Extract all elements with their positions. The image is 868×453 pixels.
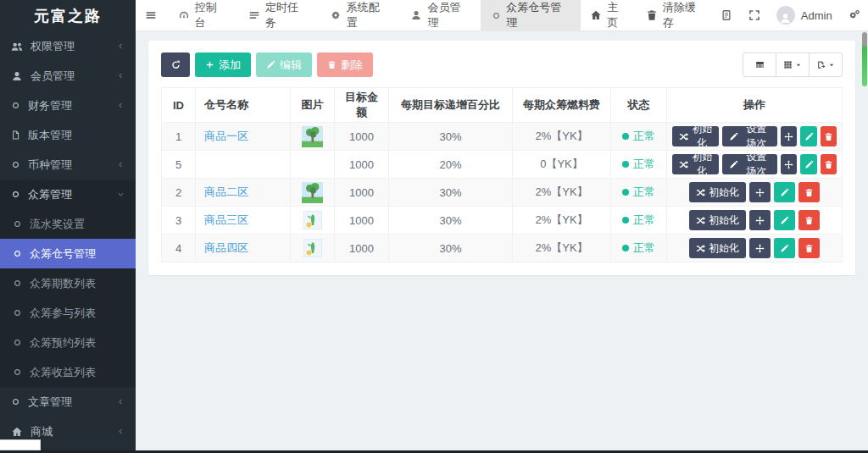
trash-icon: [804, 188, 814, 197]
circle-icon: [11, 397, 20, 406]
tab-system-config[interactable]: 系统配置: [319, 0, 400, 31]
move-button[interactable]: [781, 126, 797, 146]
sidebar-toggle-button[interactable]: [136, 0, 167, 31]
sidebar-item-finance[interactable]: 财务管理: [0, 91, 136, 120]
delete-button[interactable]: 删除: [317, 52, 373, 77]
topbar-right: 主页 清除缓存 Admin: [581, 0, 868, 31]
pencil-icon: [266, 60, 275, 69]
init-button[interactable]: 初始化: [689, 182, 746, 202]
topbar: 控制台 定时任务 系统配置 会员管理 众筹仓号管理 主页: [136, 0, 868, 31]
init-button[interactable]: 初始化: [689, 238, 746, 258]
shuffle-icon: [696, 216, 705, 225]
init-button[interactable]: 初始化: [689, 210, 746, 230]
settings-button[interactable]: [841, 0, 868, 31]
tab-dashboard[interactable]: 控制台: [167, 0, 237, 31]
row-actions: 初始化: [672, 182, 837, 202]
move-button[interactable]: [781, 154, 797, 174]
home-link[interactable]: 主页: [581, 0, 637, 31]
main-area: 控制台 定时任务 系统配置 会员管理 众筹仓号管理 主页: [136, 0, 868, 453]
warehouse-link[interactable]: 商品三区: [204, 213, 248, 226]
trash-icon: [824, 160, 833, 169]
sidebar-item-versions[interactable]: 版本管理: [0, 120, 136, 150]
cell-image: [291, 207, 335, 235]
trash-icon: [327, 60, 337, 69]
columns-dropdown-button[interactable]: [776, 52, 810, 77]
row-edit-button[interactable]: [774, 238, 795, 258]
col-header-id[interactable]: ID: [162, 88, 196, 123]
chevron-left-icon: [117, 72, 125, 80]
caret-down-icon: [795, 62, 802, 69]
row-edit-button[interactable]: [800, 154, 816, 174]
plant-thumbnail: [303, 239, 322, 257]
cell-image: [291, 123, 335, 151]
tab-warehouse-mgmt[interactable]: 众筹仓号管理: [481, 0, 581, 31]
circle-icon: [11, 160, 20, 169]
col-header-fuel[interactable]: 每期众筹燃料费: [513, 88, 611, 123]
status-dot-icon: [622, 217, 629, 224]
document-icon: [721, 9, 732, 21]
shuffle-icon: [679, 132, 688, 141]
row-edit-button[interactable]: [800, 126, 816, 146]
row-delete-button[interactable]: [798, 182, 820, 202]
edit-button[interactable]: 编辑: [256, 52, 312, 77]
sidebar-item-articles[interactable]: 文章管理: [0, 387, 136, 417]
init-button[interactable]: 初始化: [672, 154, 719, 174]
toggle-view-button[interactable]: [743, 52, 776, 77]
warehouse-link[interactable]: 商品四区: [204, 241, 248, 254]
col-header-status[interactable]: 状态: [611, 88, 667, 123]
warehouse-link[interactable]: 商品一区: [204, 130, 248, 142]
sidebar-subitem-periods[interactable]: 众筹期数列表: [0, 268, 136, 298]
table-row: 2 商品二区 1000 30% 2%【YK】 正常 初始化: [162, 179, 843, 207]
row-delete-button[interactable]: [821, 126, 837, 146]
sidebar-item-currencies[interactable]: 币种管理: [0, 150, 136, 180]
warehouse-link[interactable]: 商品二区: [204, 185, 248, 198]
col-header-target[interactable]: 目标金额: [335, 88, 389, 123]
tab-member-mgmt[interactable]: 会员管理: [399, 0, 481, 31]
tab-scheduled-tasks[interactable]: 定时任务: [237, 0, 319, 31]
add-button[interactable]: 添加: [195, 52, 251, 77]
move-button[interactable]: [749, 182, 771, 202]
col-header-increase[interactable]: 每期目标递增百分比: [389, 88, 513, 123]
trash-icon: [646, 9, 658, 21]
chevron-left-icon: [117, 161, 125, 168]
status-badge: 正常: [622, 213, 655, 228]
cell-target: 1000: [335, 235, 389, 262]
row-edit-button[interactable]: [774, 182, 795, 202]
refresh-button[interactable]: [161, 52, 190, 77]
sidebar-item-permissions[interactable]: 权限管理: [0, 31, 136, 61]
set-session-button[interactable]: 设置场次: [722, 126, 777, 146]
row-delete-button[interactable]: [798, 238, 820, 258]
init-button[interactable]: 初始化: [672, 126, 719, 146]
user-icon: [11, 70, 23, 82]
export-dropdown-button[interactable]: [809, 52, 843, 77]
row-delete-button[interactable]: [821, 154, 837, 174]
home-icon: [590, 9, 602, 21]
sidebar-subitem-earnings[interactable]: 众筹收益列表: [0, 357, 136, 387]
clear-cache-button[interactable]: 清除缓存: [637, 0, 713, 31]
cell-increase: 20%: [389, 151, 513, 179]
cell-target: 1000: [335, 207, 389, 235]
scrollbar-thumb[interactable]: [862, 32, 867, 86]
sidebar-subitem-warehouse-mgmt[interactable]: 众筹仓号管理: [0, 239, 136, 268]
move-button[interactable]: [749, 210, 771, 230]
move-button[interactable]: [749, 238, 771, 258]
circle-icon: [13, 279, 22, 288]
sidebar-item-members[interactable]: 会员管理: [0, 61, 136, 91]
col-header-image[interactable]: 图片: [291, 88, 335, 123]
sidebar-subitem-reservation[interactable]: 众筹预约列表: [0, 328, 136, 357]
col-header-name[interactable]: 仓号名称: [196, 88, 291, 123]
circle-icon: [13, 219, 22, 229]
pencil-icon: [780, 216, 789, 225]
plus-icon: [205, 60, 214, 69]
fullscreen-button[interactable]: [741, 0, 768, 31]
row-delete-button[interactable]: [798, 210, 820, 230]
sidebar-subitem-flow-award[interactable]: 流水奖设置: [0, 209, 136, 239]
sidebar-subitem-participation[interactable]: 众筹参与列表: [0, 298, 136, 328]
row-edit-button[interactable]: [774, 210, 795, 230]
user-menu[interactable]: Admin: [768, 6, 841, 25]
sidebar-item-label: 财务管理: [28, 98, 72, 113]
set-session-button[interactable]: 设置场次: [722, 154, 777, 174]
docs-button[interactable]: [713, 0, 740, 31]
sidebar-item-crowdfunding[interactable]: 众筹管理: [0, 180, 136, 209]
warehouse-table: ID 仓号名称 图片 目标金额 每期目标递增百分比 每期众筹燃料费 状态 操作: [161, 87, 843, 262]
